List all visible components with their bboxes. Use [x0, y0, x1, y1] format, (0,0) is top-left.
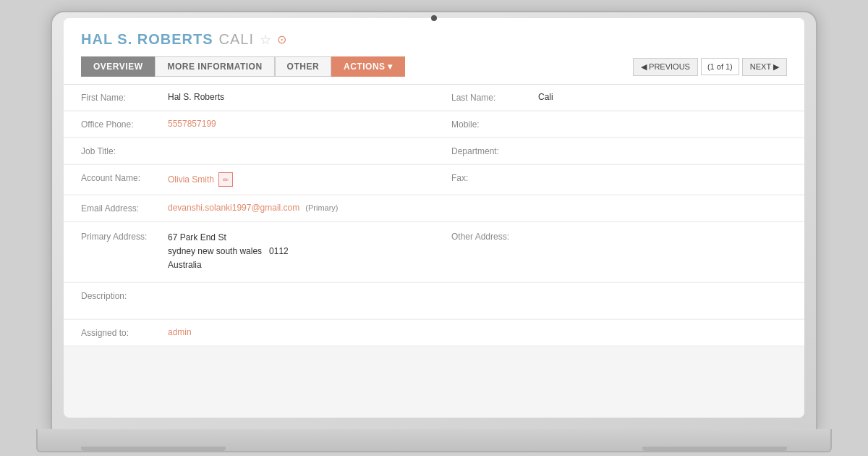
primary-address-value: 67 Park End St sydney new south wales 01…: [168, 231, 289, 273]
field-last-name: Last Name: Cali: [434, 85, 804, 111]
laptop-foot-right: [642, 447, 787, 451]
field-job-title: Job Title:: [64, 138, 434, 164]
detail-row-5: Email Address: devanshi.solanki1997@gmai…: [64, 195, 804, 222]
last-name-value: Cali: [538, 92, 787, 102]
detail-row-1: First Name: Hal S. Roberts Last Name: Ca…: [64, 85, 804, 111]
tab-actions[interactable]: ACTIONS ▾: [331, 56, 405, 77]
field-office-phone: Office Phone: 5557857199: [64, 111, 434, 138]
detail-section: First Name: Hal S. Roberts Last Name: Ca…: [64, 84, 804, 347]
webcam-icon: [431, 15, 437, 21]
field-account-name: Account Name: Olivia Smith ✏: [64, 165, 434, 195]
field-empty-5: [434, 195, 804, 221]
field-primary-address: Primary Address: 67 Park End St sydney n…: [64, 222, 434, 282]
job-title-label: Job Title:: [81, 145, 168, 156]
screen-content: HAL S. ROBERTS CALI ☆ ⊙ OVERVIEW MORE IN…: [64, 18, 804, 418]
detail-row-2: Office Phone: 5557857199 Mobile:: [64, 111, 804, 138]
tabs-row: OVERVIEW MORE INFORMATION OTHER ACTIONS …: [81, 56, 787, 77]
tab-overview[interactable]: OVERVIEW: [81, 56, 155, 77]
laptop-body: HAL S. ROBERTS CALI ☆ ⊙ OVERVIEW MORE IN…: [51, 11, 817, 431]
field-assigned-to: Assigned to: admin: [64, 320, 434, 346]
email-primary-tag: (Primary): [305, 203, 338, 212]
record-name: HAL S. ROBERTS: [81, 31, 213, 48]
record-suffix: CALI: [219, 31, 254, 48]
pagination: ◀ PREVIOUS (1 of 1) NEXT ▶: [633, 58, 787, 76]
field-department: Department:: [434, 138, 804, 164]
description-label: Description:: [81, 290, 168, 301]
detail-row-7: Description:: [64, 283, 804, 320]
mobile-label: Mobile:: [451, 119, 538, 130]
account-name-label: Account Name:: [81, 172, 168, 183]
tab-more-information[interactable]: MORE INFORMATION: [155, 56, 274, 77]
detail-row-6: Primary Address: 67 Park End St sydney n…: [64, 222, 804, 283]
settings-icon[interactable]: ⊙: [277, 33, 286, 46]
screen-bezel: HAL S. ROBERTS CALI ☆ ⊙ OVERVIEW MORE IN…: [64, 18, 804, 418]
other-address-label: Other Address:: [451, 231, 538, 242]
field-mobile: Mobile:: [434, 111, 804, 138]
empty-5-label: [451, 203, 538, 203]
field-empty-8: [434, 320, 804, 346]
email-label: Email Address:: [81, 203, 168, 214]
record-title: HAL S. ROBERTS CALI ☆ ⊙: [81, 31, 787, 48]
email-value[interactable]: devanshi.solanki1997@gmail.com: [168, 203, 299, 213]
first-name-value: Hal S. Roberts: [168, 92, 417, 102]
field-first-name: First Name: Hal S. Roberts: [64, 85, 434, 111]
field-empty-7: [434, 283, 804, 319]
tab-other[interactable]: OTHER: [275, 56, 332, 77]
account-name-wrapper: Olivia Smith ✏: [168, 172, 233, 187]
detail-row-3: Job Title: Department:: [64, 138, 804, 165]
detail-row-8: Assigned to: admin: [64, 320, 804, 347]
field-other-address: Other Address:: [434, 222, 804, 282]
assigned-to-value[interactable]: admin: [168, 327, 417, 337]
field-email: Email Address: devanshi.solanki1997@gmai…: [64, 195, 434, 221]
page-indicator: (1 of 1): [701, 58, 739, 75]
fax-label: Fax:: [451, 172, 538, 183]
office-phone-value[interactable]: 5557857199: [168, 119, 417, 129]
account-name-value[interactable]: Olivia Smith: [168, 174, 214, 185]
laptop-wrapper: HAL S. ROBERTS CALI ☆ ⊙ OVERVIEW MORE IN…: [36, 4, 832, 452]
inline-edit-button[interactable]: ✏: [218, 172, 233, 187]
laptop-base: [36, 429, 832, 452]
first-name-label: First Name:: [81, 92, 168, 103]
page-header: HAL S. ROBERTS CALI ☆ ⊙ OVERVIEW MORE IN…: [64, 18, 804, 84]
assigned-to-label: Assigned to:: [81, 327, 168, 338]
office-phone-label: Office Phone:: [81, 119, 168, 130]
next-button[interactable]: NEXT ▶: [742, 58, 787, 76]
field-description: Description:: [64, 283, 434, 319]
previous-button[interactable]: ◀ PREVIOUS: [633, 58, 698, 76]
last-name-label: Last Name:: [451, 92, 538, 103]
detail-row-4: Account Name: Olivia Smith ✏ Fax:: [64, 165, 804, 195]
star-icon[interactable]: ☆: [260, 32, 271, 48]
department-label: Department:: [451, 145, 538, 156]
field-fax: Fax:: [434, 165, 804, 195]
laptop-foot-left: [81, 447, 226, 451]
primary-address-label: Primary Address:: [81, 231, 168, 242]
